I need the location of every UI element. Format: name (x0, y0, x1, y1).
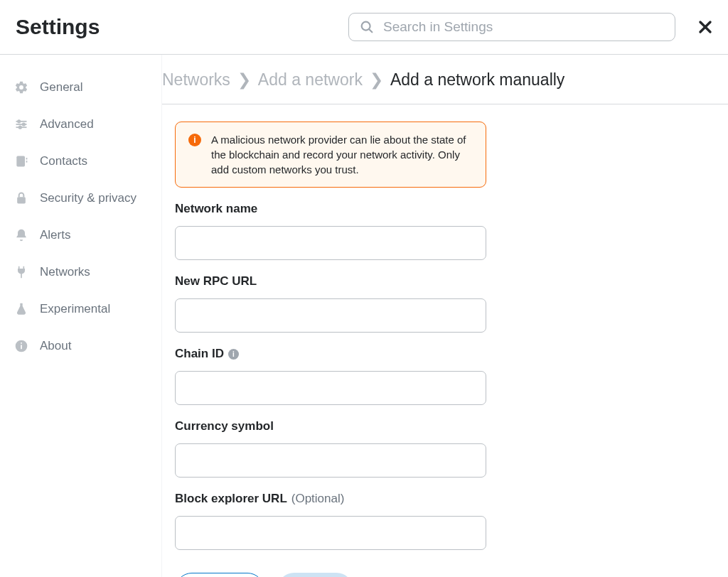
svg-rect-15 (21, 345, 22, 349)
svg-rect-11 (26, 158, 28, 160)
chain-id-input[interactable] (175, 371, 486, 405)
warning-text: A malicious network provider can lie abo… (211, 132, 473, 177)
page-title: Settings (16, 15, 100, 39)
cancel-button[interactable]: Cancel (175, 573, 264, 577)
sidebar-item-label: Advanced (40, 117, 94, 131)
flask-icon (14, 302, 28, 316)
lock-icon (14, 191, 28, 205)
svg-rect-16 (21, 343, 22, 344)
settings-search[interactable] (348, 13, 675, 41)
search-icon (359, 19, 375, 35)
svg-point-7 (18, 120, 20, 122)
block-explorer-label: Block explorer URL (Optional) (175, 492, 486, 506)
rpc-url-label: New RPC URL (175, 274, 486, 288)
close-icon[interactable] (697, 18, 714, 36)
breadcrumb-current: Add a network manually (390, 70, 564, 90)
rpc-url-input[interactable] (175, 298, 486, 333)
svg-rect-12 (26, 161, 28, 163)
warning-banner: i A malicious network provider can lie a… (175, 122, 486, 188)
info-tooltip-icon[interactable]: i (228, 349, 239, 360)
sidebar-item-networks[interactable]: Networks (0, 254, 161, 291)
breadcrumb: Networks ❯ Add a network ❯ Add a network… (162, 70, 728, 104)
sidebar-item-label: Alerts (40, 228, 70, 242)
save-button[interactable]: Save (277, 573, 354, 577)
contacts-icon (14, 154, 28, 168)
breadcrumb-add-network[interactable]: Add a network (258, 70, 363, 90)
breadcrumb-networks[interactable]: Networks (162, 70, 230, 90)
chevron-right-icon: ❯ (237, 70, 251, 90)
sidebar-item-label: Networks (40, 265, 90, 279)
svg-rect-13 (17, 197, 26, 203)
sidebar-item-contacts[interactable]: Contacts (0, 143, 161, 180)
sidebar-item-experimental[interactable]: Experimental (0, 291, 161, 328)
block-explorer-input[interactable] (175, 516, 486, 550)
currency-symbol-label: Currency symbol (175, 419, 486, 433)
main-content: Networks ❯ Add a network ❯ Add a network… (162, 55, 728, 577)
sidebar-item-label: Security & privacy (40, 191, 136, 205)
gear-icon (14, 80, 28, 95)
sidebar-item-general[interactable]: General (0, 69, 161, 106)
chain-id-label: Chain ID i (175, 347, 486, 361)
svg-point-9 (19, 126, 21, 129)
sidebar-item-label: About (40, 339, 71, 353)
warning-icon: i (188, 134, 201, 146)
settings-sidebar: General Advanced Contacts Security & pri… (0, 55, 162, 577)
info-icon (14, 339, 28, 353)
sidebar-item-label: Contacts (40, 154, 87, 168)
search-input[interactable] (383, 19, 665, 35)
network-name-label: Network name (175, 202, 486, 216)
sidebar-item-label: Experimental (40, 302, 110, 316)
bell-icon (14, 228, 28, 242)
sidebar-item-advanced[interactable]: Advanced (0, 106, 161, 143)
svg-line-1 (369, 29, 372, 32)
svg-point-8 (23, 123, 25, 125)
network-name-input[interactable] (175, 226, 486, 260)
sidebar-item-label: General (40, 80, 82, 95)
currency-symbol-input[interactable] (175, 443, 486, 478)
svg-rect-10 (16, 156, 25, 167)
chevron-right-icon: ❯ (370, 70, 383, 90)
plug-icon (14, 265, 28, 279)
settings-header: Settings (0, 0, 728, 55)
sliders-icon (14, 117, 28, 131)
sidebar-item-security[interactable]: Security & privacy (0, 180, 161, 217)
sidebar-item-alerts[interactable]: Alerts (0, 217, 161, 254)
sidebar-item-about[interactable]: About (0, 328, 161, 365)
